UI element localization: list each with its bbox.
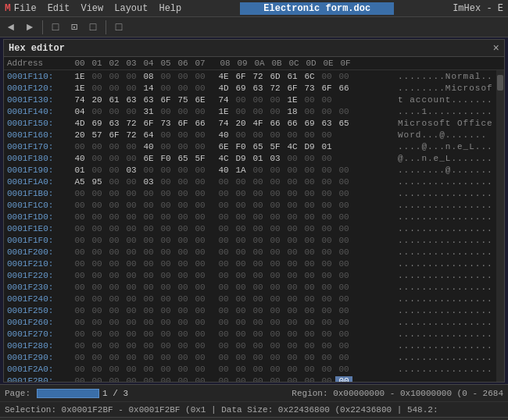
hex-byte[interactable]: 00 [301,365,318,374]
hex-byte[interactable]: 00 [318,177,335,187]
hex-byte[interactable]: 00 [88,84,106,93]
hex-byte[interactable]: 00 [249,201,267,210]
hex-byte[interactable]: 00 [232,259,249,269]
hex-byte[interactable]: 00 [191,376,209,383]
hex-byte[interactable]: 00 [157,271,174,280]
hex-byte[interactable]: 00 [191,212,209,222]
hex-byte[interactable]: 00 [157,142,174,151]
hex-byte[interactable]: 20 [88,95,106,105]
hex-byte[interactable]: 00 [157,177,174,187]
hex-byte[interactable]: 00 [267,341,284,351]
hex-byte[interactable]: 00 [106,166,123,175]
hex-byte[interactable]: 00 [318,247,335,257]
hex-byte[interactable]: 00 [318,201,335,210]
hex-byte[interactable]: 00 [215,189,232,198]
hex-byte[interactable]: 00 [284,294,301,304]
hex-byte[interactable]: 00 [215,236,232,245]
hex-byte[interactable]: 00 [157,329,174,339]
hex-byte[interactable]: 6F [157,95,174,105]
hex-byte[interactable]: 03 [140,177,157,187]
hex-row[interactable]: 0001F240:0000000000000000000000000000000… [4,293,496,304]
hex-byte[interactable]: 00 [71,365,88,374]
hex-byte[interactable]: 6E [140,154,157,163]
hex-byte[interactable]: 00 [140,341,157,351]
hex-byte[interactable]: 00 [232,201,249,210]
hex-byte[interactable]: 00 [249,247,267,257]
hex-byte[interactable]: 00 [215,271,232,280]
hex-byte[interactable]: 6F [284,84,301,93]
hex-byte[interactable]: 00 [123,318,140,327]
hex-byte[interactable]: 00 [140,247,157,257]
hex-byte[interactable]: 00 [88,306,106,315]
hex-byte[interactable]: 00 [71,189,88,198]
hex-byte[interactable]: 00 [88,236,106,245]
hex-byte[interactable]: 00 [140,283,157,292]
hex-byte[interactable]: 01 [71,166,88,175]
hex-byte[interactable]: 00 [284,318,301,327]
hex-byte[interactable]: 00 [88,353,106,362]
hex-byte[interactable]: 00 [123,189,140,198]
hex-byte[interactable]: 00 [318,72,335,81]
hex-byte[interactable]: 00 [106,247,123,257]
hex-byte[interactable]: 00 [106,341,123,351]
hex-byte[interactable]: 00 [335,107,352,116]
hex-byte[interactable]: 40 [215,130,232,140]
toolbar-open[interactable]: ⊡ [66,20,82,35]
menu-file[interactable]: File [14,3,37,14]
hex-byte[interactable]: 00 [157,341,174,351]
menu-layout[interactable]: Layout [114,3,148,14]
hex-byte[interactable]: 00 [232,224,249,233]
hex-byte[interactable]: 00 [157,294,174,304]
hex-byte[interactable]: 65 [249,142,267,151]
hex-byte[interactable]: 00 [267,271,284,280]
hex-byte[interactable]: 00 [106,84,123,93]
hex-byte[interactable]: 00 [140,212,157,222]
hex-byte[interactable]: 00 [301,376,318,383]
hex-byte[interactable]: 6E [191,95,209,105]
hex-byte[interactable]: 00 [106,283,123,292]
hex-byte[interactable]: 00 [249,107,267,116]
hex-byte[interactable]: 20 [232,119,249,128]
hex-byte[interactable]: 00 [71,376,88,383]
hex-byte[interactable]: 00 [318,236,335,245]
hex-byte[interactable]: 00 [249,294,267,304]
hex-byte[interactable]: 00 [88,142,106,151]
hex-byte[interactable]: 00 [106,365,123,374]
hex-byte[interactable]: 00 [174,72,191,81]
hex-byte[interactable]: 00 [335,236,352,245]
hex-byte[interactable]: 00 [106,177,123,187]
hex-byte[interactable]: 00 [335,189,352,198]
hex-byte[interactable]: 00 [318,341,335,351]
hex-byte[interactable]: 00 [191,236,209,245]
hex-byte[interactable]: 00 [335,166,352,175]
hex-byte[interactable]: 00 [157,365,174,374]
hex-row[interactable]: 0001F200:0000000000000000000000000000000… [4,246,496,258]
hex-byte[interactable]: 00 [249,318,267,327]
hex-byte[interactable]: 4D [71,119,88,128]
hex-byte[interactable]: 00 [174,142,191,151]
hex-byte[interactable]: 00 [335,365,352,374]
hex-byte[interactable]: 00 [191,259,209,269]
hex-byte[interactable]: 00 [71,353,88,362]
hex-byte[interactable]: 00 [123,306,140,315]
hex-byte[interactable]: 00 [157,166,174,175]
hex-byte[interactable]: 00 [301,318,318,327]
hex-byte[interactable]: 00 [318,154,335,163]
hex-byte[interactable]: 00 [249,189,267,198]
hex-byte[interactable]: 00 [284,177,301,187]
hex-byte[interactable]: 00 [267,212,284,222]
hex-byte[interactable]: 63 [318,119,335,128]
hex-byte[interactable]: 00 [284,189,301,198]
hex-byte[interactable]: 00 [88,365,106,374]
hex-byte[interactable]: 00 [267,247,284,257]
hex-byte[interactable]: 00 [106,201,123,210]
hex-byte[interactable]: 00 [335,306,352,315]
hex-byte[interactable]: 00 [191,130,209,140]
hex-row[interactable]: 0001F190:0100000300000000401A00000000000… [4,164,496,176]
hex-byte[interactable]: 00 [215,283,232,292]
hex-byte[interactable]: 00 [249,271,267,280]
hex-byte[interactable]: 00 [123,329,140,339]
hex-byte[interactable]: 00 [301,177,318,187]
hex-row[interactable]: 0001F1F0:0000000000000000000000000000000… [4,234,496,246]
hex-byte[interactable]: 00 [318,283,335,292]
